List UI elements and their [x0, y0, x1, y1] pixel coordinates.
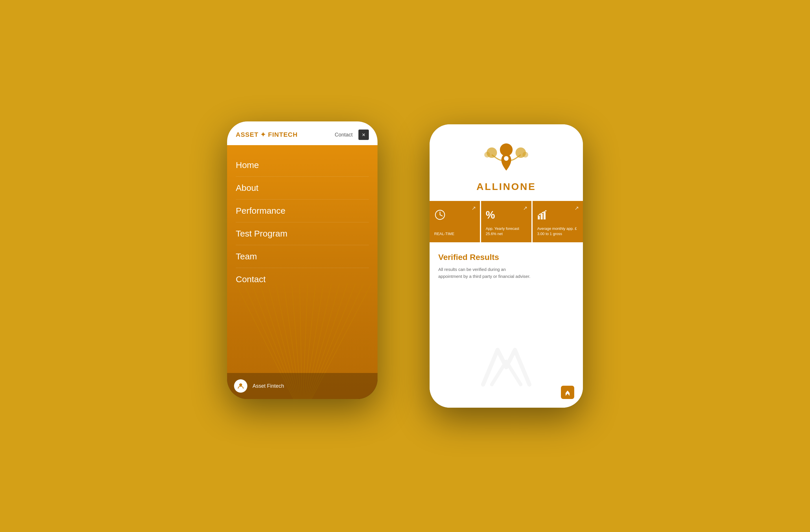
svg-point-31	[539, 214, 540, 215]
allinone-title: ALLINONE	[476, 181, 536, 192]
clock-icon	[434, 209, 475, 223]
stat-card-monthly[interactable]: ↗ Average monthly app. £ 3.00 to 1 gr	[533, 201, 583, 242]
svg-rect-30	[544, 212, 546, 219]
arrow-icon-1: ↗	[472, 205, 476, 211]
svg-point-32	[542, 212, 543, 213]
allinone-logo-icon	[483, 139, 530, 176]
stats-row: ↗ REAL-TIME ↗ % App. Yearly forecast 25.…	[430, 201, 583, 242]
yearly-text: App. Yearly forecast 25.6% net	[486, 226, 527, 236]
arrow-icon-3: ↗	[574, 205, 579, 211]
logo: ASSET ✦ FINTECH	[236, 131, 298, 138]
logo-text: ASSET ✦ FINTECH	[236, 131, 298, 138]
nav-item-home[interactable]: Home	[236, 154, 369, 177]
title-one: ONE	[511, 181, 536, 192]
nav-item-team[interactable]: Team	[236, 245, 369, 268]
title-all: ALL	[476, 181, 499, 192]
svg-point-24	[522, 152, 528, 157]
chart-icon	[537, 209, 578, 223]
nav-item-test-program[interactable]: Test Program	[236, 222, 369, 245]
monthly-text: Average monthly app. £ 3.00 to 1 gross	[537, 226, 578, 236]
stat-card-realtime[interactable]: ↗ REAL-TIME	[430, 201, 480, 242]
phone-right-screen: ALLINONE ↗ REAL-TIME	[430, 124, 583, 408]
footer-avatar	[234, 379, 247, 393]
white-section: Verified Results All results can be veri…	[430, 242, 583, 408]
svg-point-22	[504, 156, 508, 161]
percent-icon: %	[486, 209, 527, 221]
stat-card-yearly[interactable]: ↗ % App. Yearly forecast 25.6% net	[481, 201, 531, 242]
svg-line-27	[440, 215, 442, 216]
scene: ASSET ✦ FINTECH Contact × Home About Per…	[0, 0, 810, 532]
phone-footer: Asset Fintech	[227, 373, 377, 399]
footer-label: Asset Fintech	[253, 383, 284, 389]
phone-left-screen: ASSET ✦ FINTECH Contact × Home About Per…	[227, 121, 377, 399]
scroll-top-button[interactable]	[561, 386, 574, 399]
title-in: IN	[499, 181, 511, 192]
top-bar-right: Contact ×	[335, 130, 369, 140]
realtime-text: REAL-TIME	[434, 231, 475, 236]
watermark-icon	[477, 344, 535, 390]
verified-title: Verified Results	[438, 253, 574, 262]
svg-point-23	[484, 152, 490, 157]
svg-point-33	[545, 210, 547, 211]
svg-rect-28	[538, 216, 540, 219]
top-bar: ASSET ✦ FINTECH Contact ×	[227, 121, 377, 145]
phone-right: ALLINONE ↗ REAL-TIME	[430, 124, 583, 408]
svg-rect-29	[541, 214, 543, 219]
close-button[interactable]: ×	[358, 130, 369, 140]
verified-text: All results can be verified during an ap…	[438, 266, 531, 280]
phone-left: ASSET ✦ FINTECH Contact × Home About Per…	[227, 121, 377, 399]
nav-item-performance[interactable]: Performance	[236, 199, 369, 222]
svg-point-18	[239, 383, 242, 386]
arrow-icon-2: ↗	[523, 205, 528, 211]
contact-nav-link[interactable]: Contact	[335, 132, 353, 138]
nav-item-about[interactable]: About	[236, 177, 369, 199]
logo-section: ALLINONE	[430, 124, 583, 201]
